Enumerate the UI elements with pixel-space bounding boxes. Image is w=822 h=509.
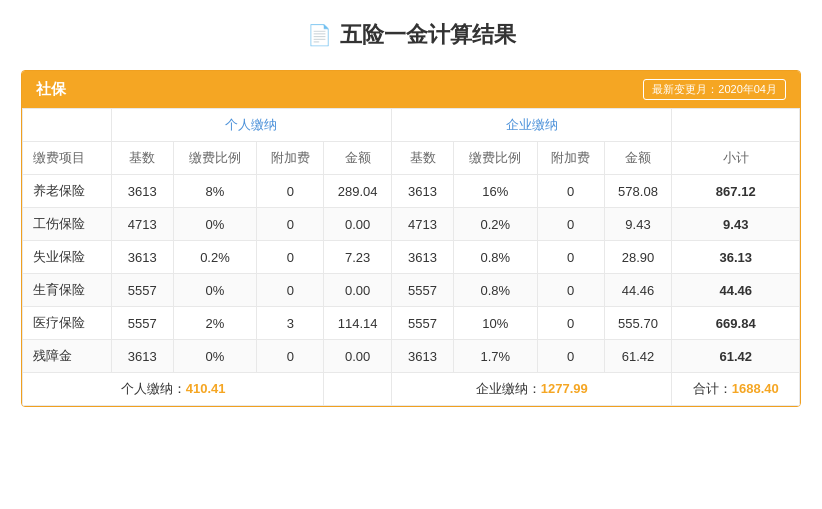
table-cell: 0 <box>257 208 324 241</box>
table-cell: 0 <box>537 307 604 340</box>
table-cell: 养老保险 <box>23 175 112 208</box>
company-total-value: 1277.99 <box>541 381 588 396</box>
table-cell: 0 <box>537 208 604 241</box>
table-cell: 0.00 <box>324 340 392 373</box>
col-extra1: 附加费 <box>257 142 324 175</box>
table-cell: 0% <box>173 340 257 373</box>
table-cell: 残障金 <box>23 340 112 373</box>
table-cell: 36.13 <box>672 241 800 274</box>
table-cell: 2% <box>173 307 257 340</box>
personal-total-value: 410.41 <box>186 381 226 396</box>
company-total-label: 企业缴纳： <box>476 381 541 396</box>
table-cell: 0 <box>257 175 324 208</box>
table-cell: 0% <box>173 274 257 307</box>
table-cell: 4713 <box>111 208 173 241</box>
table-cell: 0 <box>257 241 324 274</box>
table-cell: 0 <box>537 175 604 208</box>
table-cell: 61.42 <box>672 340 800 373</box>
document-icon: 📄 <box>307 23 332 47</box>
table-cell: 61.42 <box>604 340 672 373</box>
table-cell: 3613 <box>111 241 173 274</box>
table-cell: 5557 <box>392 307 454 340</box>
table-cell: 10% <box>453 307 537 340</box>
col-rate1: 缴费比例 <box>173 142 257 175</box>
grand-total-value: 1688.40 <box>732 381 779 396</box>
table-cell: 0 <box>537 274 604 307</box>
col-subtotal: 小计 <box>672 142 800 175</box>
table-cell: 0 <box>537 241 604 274</box>
table-cell: 0.8% <box>453 274 537 307</box>
table-cell: 0.2% <box>453 208 537 241</box>
table-cell: 0 <box>257 340 324 373</box>
col-header-row: 缴费项目 基数 缴费比例 附加费 金额 基数 缴费比例 附加费 金额 小计 <box>23 142 800 175</box>
table-cell: 3613 <box>392 175 454 208</box>
table-cell: 0.00 <box>324 274 392 307</box>
table-cell: 44.46 <box>672 274 800 307</box>
table-cell: 9.43 <box>604 208 672 241</box>
table-cell: 867.12 <box>672 175 800 208</box>
table-cell: 0% <box>173 208 257 241</box>
personal-total-cell: 个人缴纳：410.41 <box>23 373 324 406</box>
group-header-row: 个人缴纳 企业缴纳 <box>23 109 800 142</box>
section-title: 社保 <box>36 80 66 99</box>
table-cell: 5557 <box>111 274 173 307</box>
table-cell: 5557 <box>392 274 454 307</box>
empty-col <box>23 109 112 142</box>
table-cell: 669.84 <box>672 307 800 340</box>
table-cell: 失业保险 <box>23 241 112 274</box>
table-cell: 3613 <box>111 175 173 208</box>
table-cell: 16% <box>453 175 537 208</box>
table-header-bar: 社保 最新变更月：2020年04月 <box>22 71 800 108</box>
col-rate2: 缴费比例 <box>453 142 537 175</box>
table-cell: 3613 <box>392 241 454 274</box>
company-total-cell: 企业缴纳：1277.99 <box>392 373 672 406</box>
change-badge: 最新变更月：2020年04月 <box>643 79 786 100</box>
table-cell: 114.14 <box>324 307 392 340</box>
col-base2: 基数 <box>392 142 454 175</box>
table-cell: 8% <box>173 175 257 208</box>
table-row: 失业保险36130.2%07.2336130.8%028.9036.13 <box>23 241 800 274</box>
main-table-container: 社保 最新变更月：2020年04月 个人缴纳 企业缴纳 缴费项目 基数 缴费比例… <box>21 70 801 407</box>
personal-group-header: 个人缴纳 <box>111 109 391 142</box>
table-cell: 工伤保险 <box>23 208 112 241</box>
table-cell: 3613 <box>392 340 454 373</box>
grand-total-label: 合计： <box>693 381 732 396</box>
empty-subtotal-header <box>672 109 800 142</box>
title-text: 五险一金计算结果 <box>340 20 516 50</box>
table-cell: 5557 <box>111 307 173 340</box>
table-cell: 555.70 <box>604 307 672 340</box>
col-extra2: 附加费 <box>537 142 604 175</box>
table-row: 生育保险55570%00.0055570.8%044.4644.46 <box>23 274 800 307</box>
col-item: 缴费项目 <box>23 142 112 175</box>
table-cell: 1.7% <box>453 340 537 373</box>
table-row: 残障金36130%00.0036131.7%061.4261.42 <box>23 340 800 373</box>
subtotal-row: 个人缴纳：410.41 企业缴纳：1277.99 合计：1688.40 <box>23 373 800 406</box>
personal-total-label: 个人缴纳： <box>121 381 186 396</box>
col-amount2: 金额 <box>604 142 672 175</box>
table-cell: 医疗保险 <box>23 307 112 340</box>
table-row: 工伤保险47130%00.0047130.2%09.439.43 <box>23 208 800 241</box>
table-cell: 0.00 <box>324 208 392 241</box>
table-cell: 289.04 <box>324 175 392 208</box>
table-cell: 0.2% <box>173 241 257 274</box>
table-cell: 0 <box>257 274 324 307</box>
table-row: 医疗保险55572%3114.14555710%0555.70669.84 <box>23 307 800 340</box>
table-cell: 0.8% <box>453 241 537 274</box>
table-cell: 9.43 <box>672 208 800 241</box>
company-group-header: 企业缴纳 <box>392 109 672 142</box>
table-cell: 0 <box>537 340 604 373</box>
col-amount1: 金额 <box>324 142 392 175</box>
table-cell: 生育保险 <box>23 274 112 307</box>
table-cell: 7.23 <box>324 241 392 274</box>
table-cell: 578.08 <box>604 175 672 208</box>
grand-total-cell: 合计：1688.40 <box>672 373 800 406</box>
col-base1: 基数 <box>111 142 173 175</box>
insurance-table: 个人缴纳 企业缴纳 缴费项目 基数 缴费比例 附加费 金额 基数 缴费比例 附加… <box>22 108 800 406</box>
table-cell: 28.90 <box>604 241 672 274</box>
page-title: 📄 五险一金计算结果 <box>307 20 516 50</box>
table-cell: 3 <box>257 307 324 340</box>
table-cell: 4713 <box>392 208 454 241</box>
table-cell: 3613 <box>111 340 173 373</box>
table-row: 养老保险36138%0289.04361316%0578.08867.12 <box>23 175 800 208</box>
table-cell: 44.46 <box>604 274 672 307</box>
